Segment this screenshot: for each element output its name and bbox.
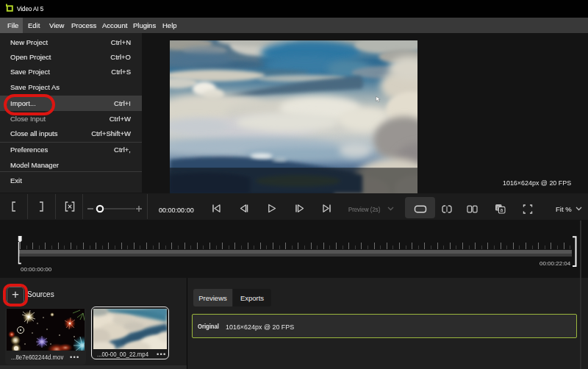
- svg-text:a: a: [501, 207, 503, 212]
